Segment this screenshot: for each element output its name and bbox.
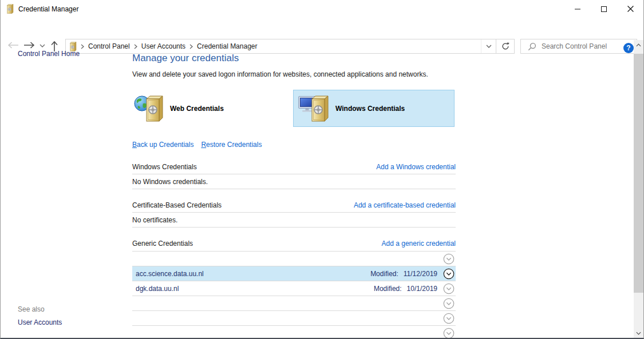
expand-chevron-button[interactable]	[443, 268, 455, 280]
no-certificates-text: No certificates.	[132, 216, 177, 224]
title-bar: Credential Manager	[1, 0, 643, 18]
page-description: View and delete your saved logon informa…	[132, 70, 428, 78]
address-dropdown-button[interactable]	[481, 39, 496, 53]
modified-date: 11/12/2019	[404, 270, 437, 278]
credential-row[interactable]	[132, 296, 456, 311]
refresh-button[interactable]	[496, 39, 515, 54]
backup-credentials-link[interactable]: Back up Credentials	[132, 141, 193, 149]
credential-row[interactable]	[132, 311, 456, 326]
scroll-thumb[interactable]	[634, 54, 643, 293]
expand-chevron-button[interactable]	[443, 328, 455, 339]
expand-chevron-button[interactable]	[443, 283, 455, 294]
address-bar[interactable]: Control Panel User Accounts Credential M…	[65, 39, 496, 54]
minimize-icon	[575, 6, 580, 12]
section-title-windows-credentials: Windows Credentials	[132, 163, 197, 171]
search-icon	[528, 42, 536, 51]
sidebar-control-panel-home-link[interactable]: Control Panel Home	[18, 50, 80, 58]
modified-date: 10/1/2019	[407, 285, 437, 293]
navigation-toolbar: Control Panel User Accounts Credential M…	[1, 18, 643, 39]
windows-credentials-icon	[298, 94, 330, 123]
credential-name-link[interactable]: acc.science.data.uu.nl	[136, 270, 204, 278]
credential-row[interactable]	[132, 252, 456, 266]
chevron-down-icon	[636, 332, 641, 335]
separator	[132, 174, 456, 174]
tile-web-credentials[interactable]: Web Credentials	[132, 90, 293, 127]
breadcrumb-separator-icon[interactable]	[130, 44, 141, 49]
tile-label: Web Credentials	[170, 105, 224, 113]
scroll-down-button[interactable]	[634, 328, 643, 338]
credential-row[interactable]: dgk.data.uu.nl Modified: 10/1/2019	[132, 281, 456, 296]
credential-row[interactable]	[132, 326, 456, 339]
close-button[interactable]	[617, 0, 643, 18]
help-button[interactable]: ?	[623, 43, 634, 53]
window-title: Credential Manager	[18, 5, 78, 13]
forward-button[interactable]	[23, 42, 35, 49]
modified-label: Modified:	[374, 285, 402, 293]
vertical-scrollbar[interactable]	[634, 40, 643, 338]
see-also-label: See also	[18, 305, 45, 313]
scroll-up-button[interactable]	[634, 40, 643, 50]
section-title-certificate-credentials: Certificate-Based Credentials	[132, 201, 222, 209]
credential-row[interactable]: acc.science.data.uu.nl Modified: 11/12/2…	[132, 266, 456, 281]
section-title-generic-credentials: Generic Credentials	[132, 240, 193, 248]
back-button[interactable]	[7, 42, 19, 49]
no-windows-credentials-text: No Windows credentials.	[132, 178, 208, 186]
minimize-button[interactable]	[564, 0, 591, 18]
web-credentials-icon	[134, 94, 165, 123]
maximize-icon	[601, 6, 607, 12]
search-box[interactable]	[520, 39, 637, 54]
maximize-button[interactable]	[591, 0, 617, 18]
expand-chevron-button[interactable]	[443, 253, 455, 265]
restore-credentials-link[interactable]: Restore Credentials	[201, 141, 262, 149]
expand-chevron-button[interactable]	[443, 298, 455, 309]
close-icon	[627, 6, 634, 12]
add-certificate-credential-link[interactable]: Add a certificate-based credential	[354, 201, 456, 209]
app-safe-icon	[6, 4, 14, 14]
tile-windows-credentials[interactable]: Windows Credentials	[293, 90, 455, 127]
breadcrumb-item-control-panel[interactable]: Control Panel	[88, 42, 130, 50]
chevron-down-icon	[486, 45, 492, 48]
modified-label: Modified:	[370, 270, 398, 278]
add-windows-credential-link[interactable]: Add a Windows credential	[376, 163, 456, 171]
separator	[132, 227, 456, 228]
breadcrumb-item-user-accounts[interactable]: User Accounts	[141, 42, 185, 50]
credential-name-link[interactable]: dgk.data.uu.nl	[136, 285, 179, 293]
search-input[interactable]	[542, 42, 637, 50]
page-title: Manage your credentials	[132, 53, 239, 64]
breadcrumb-item-credential-manager[interactable]: Credential Manager	[197, 42, 257, 50]
breadcrumb-separator-icon[interactable]	[185, 44, 197, 49]
generic-credentials-list: acc.science.data.uu.nl Modified: 11/12/2…	[132, 251, 456, 339]
separator	[132, 212, 456, 213]
recent-pages-dropdown-icon[interactable]	[39, 44, 45, 47]
tile-label: Windows Credentials	[335, 105, 405, 113]
separator	[132, 189, 456, 189]
sidebar-user-accounts-link[interactable]: User Accounts	[18, 318, 62, 326]
refresh-icon	[501, 42, 509, 50]
add-generic-credential-link[interactable]: Add a generic credential	[382, 240, 456, 248]
question-mark-icon: ?	[626, 44, 630, 52]
breadcrumb-separator-icon[interactable]	[77, 44, 88, 49]
chevron-up-icon	[636, 43, 641, 47]
expand-chevron-button[interactable]	[443, 313, 455, 324]
